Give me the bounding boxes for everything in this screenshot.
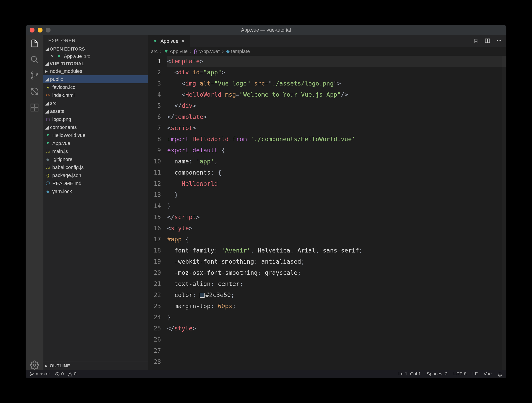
cursor-position[interactable]: Ln 1, Col 1 [398, 371, 421, 377]
line-number: 16 [148, 223, 161, 234]
code-content[interactable]: <template> <div id="app"> <img alt="Vue … [166, 56, 507, 370]
code-line[interactable]: HelloWorld [167, 178, 507, 189]
code-line[interactable]: <style> [167, 223, 507, 234]
file-name: .gitignore [52, 157, 73, 162]
open-editor-item[interactable]: ✕ ▼ App.vue src [43, 52, 148, 60]
indentation[interactable]: Spaces: 2 [427, 371, 447, 377]
tree-item[interactable]: ⓘREADME.md [43, 179, 148, 187]
outline-section[interactable]: ▸ OUTLINE [43, 362, 148, 370]
code-line[interactable]: } [167, 200, 507, 211]
code-line[interactable]: <img alt="Vue logo" src="./assets/logo.p… [167, 78, 507, 89]
code-line[interactable]: #app { [167, 234, 507, 245]
debug-icon[interactable] [30, 87, 39, 96]
line-number: 22 [148, 289, 161, 301]
tree-item[interactable]: ▢logo.png [43, 115, 148, 123]
split-editor-icon[interactable] [485, 38, 490, 45]
vue-icon: ▼ [45, 141, 51, 146]
code-line[interactable]: color: #2c3e50; [167, 289, 507, 301]
code-line[interactable]: font-family: 'Avenir', Helvetica, Arial,… [167, 245, 507, 256]
tree-item[interactable]: ★favicon.ico [43, 83, 148, 91]
compare-changes-icon[interactable] [473, 38, 479, 45]
code-line[interactable]: </template> [167, 111, 507, 122]
encoding[interactable]: UTF-8 [453, 371, 467, 377]
sidebar-title: EXPLORER [43, 35, 148, 45]
svg-point-16 [33, 373, 34, 374]
code-line[interactable]: -moz-osx-font-smoothing: grayscale; [167, 267, 507, 278]
close-editor-icon[interactable]: ✕ [50, 54, 54, 59]
language-mode[interactable]: Vue [483, 371, 492, 377]
tree-item[interactable]: JSbabel.config.js [43, 163, 148, 172]
tree-item[interactable]: ◢components [43, 123, 148, 131]
search-icon[interactable] [30, 55, 39, 64]
code-line[interactable]: </script> [167, 211, 507, 223]
close-window-button[interactable] [30, 28, 34, 32]
tree-item[interactable]: ▸node_modules [43, 67, 148, 75]
problems[interactable]: 0 0 [55, 371, 76, 377]
tree-item[interactable]: JSmain.js [43, 147, 148, 155]
breadcrumb-separator: › [222, 49, 224, 54]
code-line[interactable]: <template> [167, 56, 507, 67]
more-actions-icon[interactable] [496, 38, 502, 45]
file-name: logo.png [52, 116, 71, 122]
tree-item[interactable]: <>index.html [43, 91, 148, 99]
tree-item[interactable]: ◢public [43, 75, 148, 83]
code-line[interactable]: } [167, 189, 507, 200]
code-line[interactable]: <HelloWorld msg="Welcome to Your Vue.js … [167, 89, 507, 100]
color-swatch [200, 293, 205, 298]
git-branch[interactable]: master [30, 371, 50, 377]
open-editors-section[interactable]: ◢ OPEN EDITORS [43, 45, 148, 52]
editor-group: ▼ App.vue ✕ src›▼ App.vue›{} "App.vue"›◆… [148, 35, 507, 370]
explorer-icon[interactable] [30, 39, 39, 48]
project-section[interactable]: ◢ VUE-TUTORIAL [43, 60, 148, 67]
line-number: 1 [148, 56, 161, 67]
source-control-icon[interactable] [30, 71, 39, 80]
code-line[interactable]: name: 'app', [167, 156, 507, 167]
open-editors-list: ✕ ▼ App.vue src [43, 52, 148, 60]
tree-item[interactable]: ▼App.vue [43, 139, 148, 147]
open-editors-label: OPEN EDITORS [50, 46, 85, 52]
close-tab-icon[interactable]: ✕ [181, 38, 185, 44]
line-number: 21 [148, 278, 161, 289]
line-number: 8 [148, 134, 161, 145]
breadcrumb-part[interactable]: ▼ App.vue [164, 49, 188, 54]
code-line[interactable]: -webkit-font-smoothing: antialiased; [167, 256, 507, 267]
tab-app-vue[interactable]: ▼ App.vue ✕ [148, 35, 190, 47]
tree-item[interactable]: {}package.json [43, 172, 148, 179]
code-line[interactable]: <script> [167, 122, 507, 134]
line-number: 6 [148, 111, 161, 122]
svg-point-15 [31, 375, 31, 376]
tree-item[interactable]: ◆.gitignore [43, 155, 148, 163]
chevron-right-icon: ▸ [45, 363, 48, 369]
code-line[interactable]: <div id="app"> [167, 67, 507, 78]
extensions-icon[interactable] [30, 103, 39, 112]
eol[interactable]: LF [472, 371, 478, 377]
tree-item[interactable]: ◆yarn.lock [43, 187, 148, 196]
minimize-window-button[interactable] [38, 28, 43, 32]
svg-point-12 [499, 40, 500, 41]
code-line[interactable]: text-align: center; [167, 278, 507, 289]
file-path: src [84, 54, 90, 59]
code-line[interactable]: export default { [167, 145, 507, 156]
code-line[interactable]: </div> [167, 100, 507, 111]
tree-item[interactable]: ▼HelloWorld.vue [43, 131, 148, 139]
line-number: 3 [148, 78, 161, 89]
breadcrumb-part[interactable]: {} "App.vue" [194, 49, 220, 54]
code-line[interactable]: } [167, 312, 507, 323]
tree-item[interactable]: ◢src [43, 99, 148, 107]
breadcrumb-part[interactable]: src [151, 49, 158, 54]
notifications-bell-icon[interactable] [498, 371, 502, 377]
maximize-window-button[interactable] [46, 28, 51, 32]
breadcrumb-part[interactable]: ◆ template [226, 49, 250, 54]
code-line[interactable]: </style> [167, 323, 507, 334]
code-line[interactable]: components: { [167, 167, 507, 178]
line-number: 23 [148, 301, 161, 312]
tree-item[interactable]: ◢assets [43, 107, 148, 115]
breadcrumbs[interactable]: src›▼ App.vue›{} "App.vue"›◆ template [148, 47, 507, 56]
code-line[interactable]: import HelloWorld from './components/Hel… [167, 134, 507, 145]
body: EXPLORER ◢ OPEN EDITORS ✕ ▼ App.vue src … [25, 35, 507, 370]
settings-gear-icon[interactable] [30, 360, 39, 370]
minimap[interactable] [502, 56, 507, 370]
code-editor[interactable]: 1234567891011121314151617181920212223242… [148, 56, 507, 370]
chevron-down-icon: ◢ [45, 61, 48, 66]
code-line[interactable]: margin-top: 60px; [167, 301, 507, 312]
